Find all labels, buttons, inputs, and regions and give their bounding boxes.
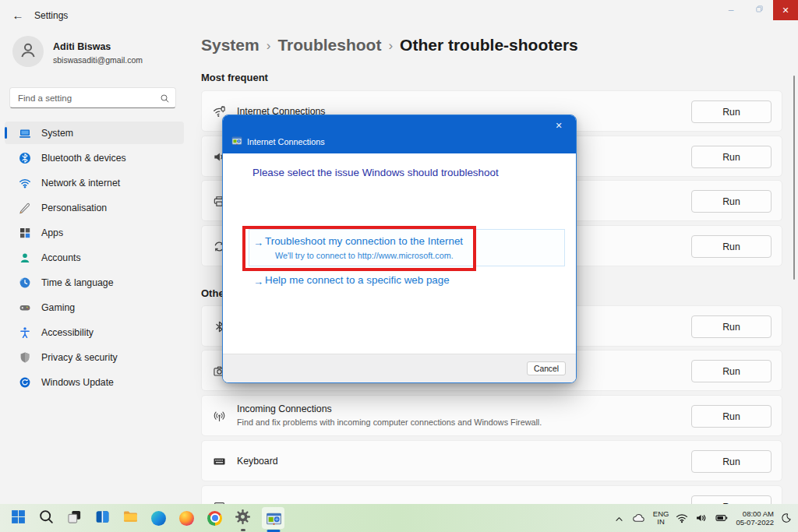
chrome-button[interactable] — [206, 509, 224, 527]
wifi-tray-icon[interactable] — [676, 512, 688, 524]
file-explorer-icon — [122, 509, 139, 528]
red-highlight-annotation — [242, 226, 476, 271]
clock-date: 05-07-2022 — [736, 518, 774, 527]
start-button[interactable] — [9, 509, 27, 527]
focus-assist-moon-icon[interactable] — [781, 513, 792, 523]
section-most-frequent: Most frequent — [201, 72, 268, 83]
run-button[interactable]: Run — [691, 100, 772, 123]
sidebar: Aditi Biswas sbiswasaditi@gmail.com Syst… — [0, 28, 193, 504]
avatar-person-icon — [19, 41, 37, 62]
run-button[interactable]: Run — [691, 405, 772, 428]
chevron-right-icon: › — [381, 38, 400, 53]
widgets-button[interactable] — [94, 509, 111, 527]
sidebar-item-accessibility[interactable]: Accessibility — [5, 321, 184, 344]
widgets-icon — [94, 509, 111, 528]
file-explorer-button[interactable] — [122, 509, 139, 527]
gear-icon — [235, 509, 251, 528]
incoming-connections-icon — [213, 410, 226, 423]
close-button[interactable]: ✕ — [773, 0, 798, 20]
sidebar-item-privacy-security[interactable]: Privacy & security — [5, 346, 184, 368]
sidebar-item-label: System — [41, 128, 73, 139]
dialog-title: Internet Connections — [247, 137, 325, 146]
troubleshooter-app-icon — [231, 136, 242, 146]
scrollbar-thumb[interactable] — [793, 76, 795, 280]
apps-icon — [19, 227, 31, 239]
back-button[interactable]: ← — [8, 5, 28, 24]
search-icon — [160, 93, 170, 103]
dialog-footer: Cancel — [223, 354, 576, 382]
language-indicator[interactable]: ENG IN — [653, 510, 669, 526]
row-incoming-connections: Incoming Connections Find and fix proble… — [201, 395, 782, 436]
troubleshooter-taskbar-button[interactable] — [262, 507, 284, 529]
onedrive-cloud-icon[interactable] — [631, 512, 646, 525]
breadcrumb-system[interactable]: System — [201, 36, 260, 54]
sidebar-item-label: Personalisation — [41, 203, 107, 213]
run-button[interactable]: Run — [691, 315, 772, 338]
sidebar-item-personalisation[interactable]: Personalisation — [5, 196, 184, 219]
sidebar-item-network-internet[interactable]: Network & internet — [5, 171, 184, 194]
search-box[interactable] — [9, 87, 176, 108]
language-line2: IN — [653, 518, 669, 526]
privacy-security-icon — [19, 351, 31, 364]
task-view-button[interactable] — [65, 509, 83, 527]
accessibility-icon — [19, 326, 31, 339]
avatar[interactable] — [12, 36, 44, 67]
run-button[interactable]: Run — [691, 190, 772, 213]
option-help-connect-webpage[interactable]: Help me connect to a specific web page — [265, 274, 450, 286]
personalisation-icon — [19, 202, 31, 214]
chrome-icon — [207, 511, 222, 526]
sidebar-item-time-language[interactable]: Time & language — [5, 271, 184, 294]
run-button[interactable]: Run — [691, 235, 772, 258]
clock[interactable]: 08:00 AM 05-07-2022 — [736, 509, 774, 527]
sidebar-item-label: Privacy & security — [41, 352, 118, 363]
sidebar-nav: System Bluetooth & devices Network & int… — [5, 122, 184, 396]
sidebar-item-windows-update[interactable]: Windows Update — [5, 371, 184, 393]
row-keyboard: Keyboard Run — [201, 440, 782, 481]
cancel-button[interactable]: Cancel — [527, 361, 566, 375]
taskbar-search-button[interactable] — [37, 509, 55, 527]
task-view-icon — [66, 509, 83, 528]
arrow-right-icon: → — [253, 276, 263, 287]
sidebar-item-bluetooth-devices[interactable]: Bluetooth & devices — [5, 146, 184, 169]
dialog-close-button[interactable]: ✕ — [551, 118, 567, 132]
row-title: Incoming Connections — [237, 403, 332, 414]
breadcrumb-troubleshoot[interactable]: Troubleshoot — [277, 36, 381, 54]
edge-button[interactable] — [150, 509, 168, 527]
windows-update-icon — [19, 376, 31, 389]
hidden-icons-chevron[interactable] — [614, 513, 624, 523]
sidebar-item-label: Bluetooth & devices — [41, 153, 126, 164]
minimize-button[interactable]: – — [717, 0, 745, 20]
restore-button[interactable] — [745, 0, 773, 20]
sidebar-item-gaming[interactable]: Gaming — [5, 296, 184, 319]
chevron-right-icon: › — [260, 38, 278, 53]
profile-email: sbiswasaditi@gmail.com — [53, 55, 143, 65]
titlebar: ← Settings – ✕ — [0, 0, 798, 28]
dialog-header: ✕ Internet Connections — [223, 115, 576, 153]
close-icon: ✕ — [555, 121, 562, 131]
sidebar-item-system[interactable]: System — [5, 122, 184, 144]
run-button[interactable]: Run — [691, 450, 772, 473]
run-button[interactable]: Run — [691, 360, 772, 382]
sidebar-item-accounts[interactable]: Accounts — [5, 246, 184, 269]
run-button[interactable]: Run — [691, 146, 772, 168]
sidebar-item-label: Apps — [41, 227, 63, 238]
breadcrumb: System›Troubleshoot›Other trouble-shoote… — [201, 36, 578, 55]
taskbar: ENG IN 08:00 AM 05-07-2022 — [0, 504, 798, 532]
sidebar-item-label: Network & internet — [41, 178, 120, 188]
search-icon — [38, 509, 55, 528]
sidebar-item-apps[interactable]: Apps — [5, 221, 184, 244]
windows-logo-icon — [10, 509, 26, 528]
settings-window: ← Settings – ✕ Aditi Biswas sbiswasaditi… — [0, 0, 798, 532]
search-input[interactable] — [10, 88, 149, 107]
back-arrow-icon: ← — [12, 9, 24, 22]
sidebar-item-label: Time & language — [41, 277, 114, 288]
settings-taskbar-button[interactable] — [234, 509, 252, 527]
bluetooth-icon — [19, 152, 31, 164]
profile-name: Aditi Biswas — [53, 41, 111, 52]
sidebar-item-label: Gaming — [41, 302, 75, 313]
keyboard-icon — [213, 455, 226, 468]
battery-icon[interactable] — [715, 512, 729, 524]
system-icon — [19, 127, 31, 139]
firefox-button[interactable] — [178, 509, 196, 527]
volume-icon[interactable] — [695, 512, 708, 524]
